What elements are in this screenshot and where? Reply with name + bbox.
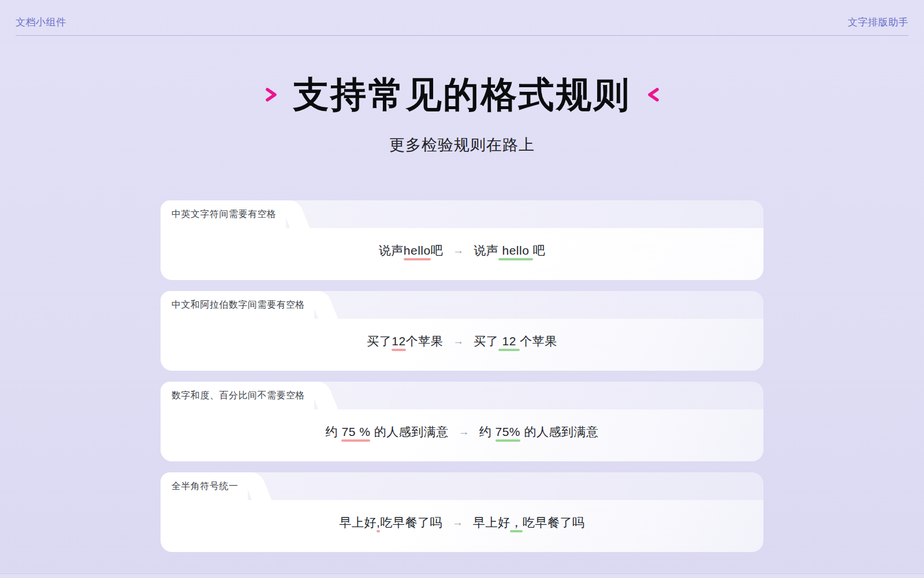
example-after: 早上好，吃早餐了吗 [473,514,585,531]
chevron-right-icon [264,87,278,103]
good-underline-mark: 12 [498,334,520,348]
bad-underline-mark: , [377,516,380,529]
rule-card: 中英文字符间需要有空格 说声hello吧 → 说声 hello 吧 [161,200,763,280]
top-navigation: 文档小组件 文字排版助手 [16,0,908,36]
rule-card-tab: 全半角符号统一 [161,472,248,500]
rule-card: 中文和阿拉伯数字间需要有空格 买了12个苹果 → 买了 12 个苹果 [161,291,763,371]
bad-underline-mark: 75 % [341,425,370,438]
page-title: 支持常见的格式规则 [293,74,631,115]
rule-card-top-strip [314,382,763,409]
good-underline-mark: hello [498,244,533,257]
nav-link-doc-widgets[interactable]: 文档小组件 [16,16,66,29]
good-underline-mark: 75% [495,425,521,438]
bottom-edge-strip [0,573,924,578]
rule-example-row: 买了12个苹果 → 买了 12 个苹果 [161,319,763,371]
example-before: 说声hello吧 [379,243,443,259]
rule-card-list: 中英文字符间需要有空格 说声hello吧 → 说声 hello 吧 中文和阿拉伯… [161,200,763,552]
arrow-right-icon: → [459,426,470,438]
arrow-right-icon: → [453,244,464,257]
rule-card-header: 数字和度、百分比间不需要空格 [161,382,763,409]
arrow-right-icon: → [452,516,463,529]
rule-example-row: 说声hello吧 → 说声 hello 吧 [161,228,763,280]
rule-title: 中英文字符间需要有空格 [172,208,277,221]
arrow-right-icon: → [453,335,464,348]
rule-card-top-strip [286,200,764,228]
rule-example-row: 早上好,吃早餐了吗 → 早上好，吃早餐了吗 [161,500,763,552]
example-before: 买了12个苹果 [367,333,443,349]
rule-card-top-strip [248,472,764,500]
rule-card-header: 全半角符号统一 [161,472,763,500]
rule-title: 中文和阿拉伯数字间需要有空格 [172,299,305,311]
rule-card-tab: 中文和阿拉伯数字间需要有空格 [161,291,314,319]
rule-card-top-strip [314,291,763,319]
bad-underline-mark: hello [404,244,431,257]
good-underline-mark: ， [510,516,523,529]
rule-card-tab: 中英文字符间需要有空格 [161,200,286,228]
example-after: 约 75% 的人感到满意 [479,424,599,440]
rule-card-header: 中英文字符间需要有空格 [161,200,763,228]
rule-card-header: 中文和阿拉伯数字间需要有空格 [161,291,763,319]
rule-title: 全半角符号统一 [172,480,239,493]
bad-underline-mark: 12 [392,334,405,348]
rule-card: 数字和度、百分比间不需要空格 约 75 % 的人感到满意 → 约 75% 的人感… [161,382,763,461]
rule-title: 数字和度、百分比间不需要空格 [172,390,305,402]
example-before: 早上好,吃早餐了吗 [340,514,442,531]
example-after: 说声 hello 吧 [474,243,545,259]
rule-card-tab: 数字和度、百分比间不需要空格 [161,382,314,409]
example-before: 约 75 % 的人感到满意 [326,424,449,440]
example-after: 买了 12 个苹果 [474,333,557,349]
nav-link-typesetting-assistant[interactable]: 文字排版助手 [848,16,908,29]
chevron-left-icon [646,87,660,103]
page-subtitle: 更多检验规则在路上 [0,135,924,155]
hero-section: 支持常见的格式规则 更多检验规则在路上 [0,74,924,155]
rule-card: 全半角符号统一 早上好,吃早餐了吗 → 早上好，吃早餐了吗 [161,472,763,552]
rule-example-row: 约 75 % 的人感到满意 → 约 75% 的人感到满意 [161,409,763,461]
